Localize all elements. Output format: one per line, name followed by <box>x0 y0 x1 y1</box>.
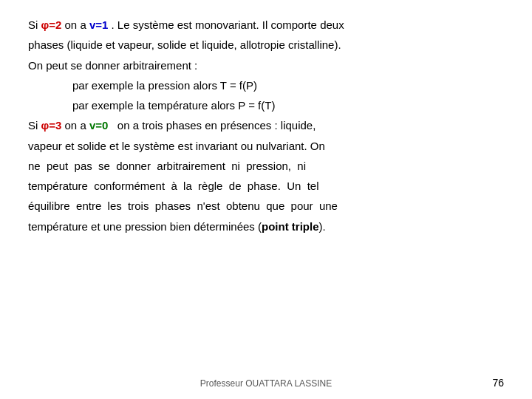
paragraph-4: par exemple la pression alors T = f(P) <box>72 77 504 94</box>
paragraph-1: Si φ=2 on a v=1 . Le système est monovar… <box>28 16 504 33</box>
page-number: 76 <box>492 377 504 389</box>
paragraph-10: équilibre entre les trois phases n'est o… <box>28 197 504 214</box>
paragraph-8: ne peut pas se donner arbitrairement ni … <box>28 157 504 174</box>
paragraph-7: vapeur et solide et le système est invar… <box>28 137 504 154</box>
page: Si φ=2 on a v=1 . Le système est monovar… <box>0 0 532 399</box>
phi3: φ=3 <box>41 119 62 132</box>
v0: v=0 <box>89 119 108 132</box>
paragraph-3: On peut se donner arbitrairement : <box>28 57 504 74</box>
paragraph-9: température conformément à la règle de p… <box>28 177 504 194</box>
footer-text: Professeur OUATTARA LASSINE <box>200 378 332 389</box>
footer: Professeur OUATTARA LASSINE <box>0 378 532 389</box>
paragraph-11: température et une pression bien détermi… <box>28 218 504 235</box>
point-triple: point triple <box>262 220 319 233</box>
phi2: φ=2 <box>41 18 62 31</box>
paragraph-2: phases (liquide et vapeur, solide et liq… <box>28 36 504 53</box>
paragraph-6: Si φ=3 on a v=0 on a trois phases en pré… <box>28 117 504 134</box>
main-content: Si φ=2 on a v=1 . Le système est monovar… <box>28 16 504 235</box>
v1: v=1 <box>89 18 108 31</box>
paragraph-5: par exemple la température alors P = f(T… <box>72 97 504 114</box>
